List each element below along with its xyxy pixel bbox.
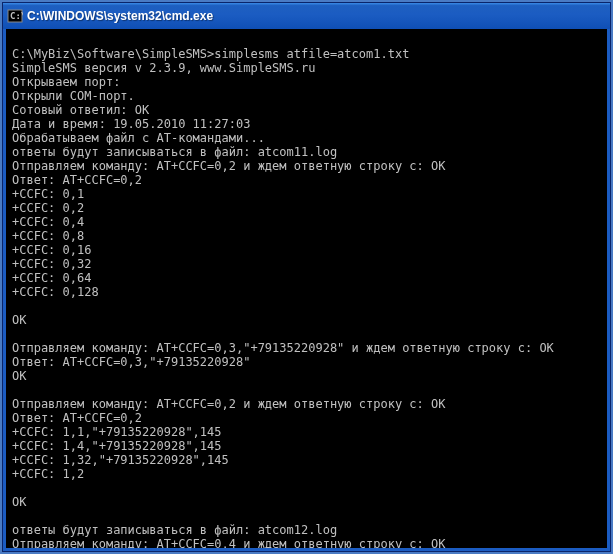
window-title: C:\WINDOWS\system32\cmd.exe	[27, 9, 607, 23]
titlebar[interactable]: C:\ C:\WINDOWS\system32\cmd.exe	[3, 3, 610, 29]
cmd-window: C:\ C:\WINDOWS\system32\cmd.exe C:\MyBiz…	[2, 2, 611, 552]
console-output[interactable]: C:\MyBiz\Software\SimpleSMS>simplesms at…	[3, 29, 610, 551]
cmd-icon: C:\	[7, 8, 23, 24]
svg-text:C:\: C:\	[10, 11, 23, 21]
